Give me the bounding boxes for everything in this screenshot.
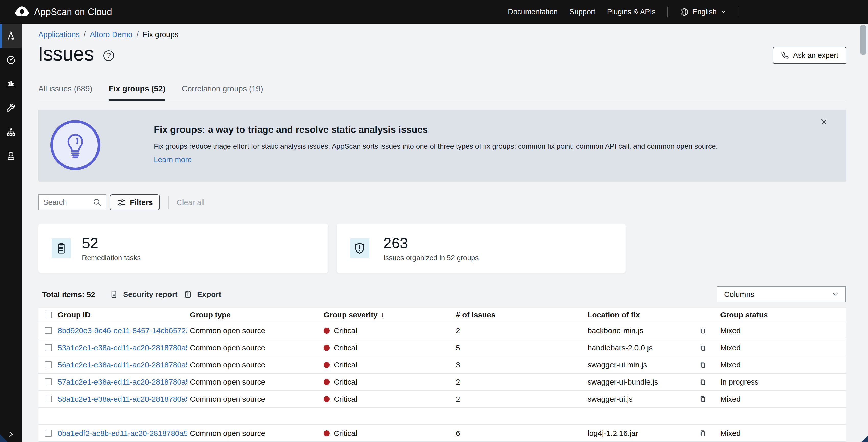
location-label: swagger-ui.js (588, 395, 633, 404)
issue-count-cell: 3 (453, 356, 585, 373)
hierarchy-tree-icon (6, 127, 16, 137)
vertical-scrollbar-thumb[interactable] (860, 25, 866, 55)
issues-organized-count: 263 (383, 234, 408, 252)
group-type-cell: Common open source (187, 322, 321, 339)
chevron-down-icon (720, 9, 727, 15)
severity-label: Critical (334, 378, 357, 386)
table-row[interactable]: 0ba1edf2-ac8b-ed11-ac20-2818780a5d Commo… (38, 425, 846, 442)
location-of-fix-cell: backbone-min.js (585, 322, 718, 339)
group-id-link[interactable]: 0ba1edf2-ac8b-ed11-ac20-2818780a5d (58, 429, 187, 438)
row-checkbox[interactable] (45, 378, 52, 385)
issue-count-cell: 2 (453, 391, 585, 407)
search-input[interactable] (43, 198, 94, 207)
header-num-issues[interactable]: # of issues (453, 308, 585, 322)
sidebar-item-reports[interactable] (0, 72, 22, 96)
security-report-button[interactable]: Security report (109, 288, 177, 301)
header-group-id[interactable]: Group ID (55, 308, 187, 322)
tab-correlation-groups[interactable]: Correlation groups (19) (182, 77, 263, 100)
remediation-tasks-card: 52 Remediation tasks (38, 224, 328, 273)
group-id-link[interactable]: 58a1c2e1-e38a-ed11-ac20-2818780a5d (58, 395, 187, 404)
sidebar-item-organization[interactable] (0, 120, 22, 144)
filters-button[interactable]: Filters (110, 194, 160, 210)
help-icon[interactable]: ? (103, 50, 114, 61)
group-id-link[interactable]: 8bd920e3-9c46-ee11-8457-14cb657236 (58, 326, 187, 335)
table-row[interactable]: 8bd920e3-9c46-ee11-8457-14cb657236 Commo… (38, 322, 846, 340)
group-id-link[interactable]: 57a1c2e1-e38a-ed11-ac20-2818780a5d (58, 378, 187, 386)
security-report-label: Security report (123, 290, 177, 299)
row-checkbox[interactable] (45, 344, 52, 351)
severity-label: Critical (334, 395, 357, 404)
row-checkbox[interactable] (45, 430, 52, 437)
critical-severity-dot (323, 379, 330, 385)
critical-severity-dot (323, 328, 330, 334)
issues-organized-label: Issues organized in 52 groups (383, 254, 479, 262)
clear-all-button[interactable]: Clear all (177, 198, 205, 207)
banner-close-button[interactable] (818, 116, 830, 127)
bar-chart-icon (6, 79, 16, 89)
copy-icon[interactable] (698, 326, 707, 335)
appscan-cloud-flame-icon (15, 5, 29, 19)
language-label: English (692, 8, 717, 16)
location-label: backbone-min.js (588, 326, 643, 335)
issues-organized-card: 263 Issues organized in 52 groups (337, 224, 625, 273)
columns-dropdown[interactable]: Columns (717, 286, 846, 302)
row-checkbox[interactable] (45, 361, 52, 368)
table-row[interactable]: 58a1c2e1-e38a-ed11-ac20-2818780a5d Commo… (38, 391, 846, 408)
row-checkbox[interactable] (45, 395, 52, 403)
nav-support[interactable]: Support (569, 8, 595, 16)
gauge-meter-icon (6, 55, 16, 65)
export-button[interactable]: Export (183, 288, 221, 301)
header-location-of-fix[interactable]: Location of fix (585, 308, 718, 322)
group-id-link[interactable]: 53a1c2e1-e38a-ed11-ac20-2818780a5d (58, 344, 187, 352)
tab-fix-groups[interactable]: Fix groups (52) (109, 77, 165, 100)
location-of-fix-cell: swagger-ui-bundle.js (585, 374, 718, 390)
group-status-cell: Mixed (718, 322, 846, 339)
sidebar-item-tools[interactable] (0, 96, 22, 120)
breadcrumb-applications[interactable]: Applications (38, 30, 80, 39)
nav-documentation[interactable]: Documentation (508, 8, 558, 16)
nav-plugins-apis[interactable]: Plugins & APIs (607, 8, 656, 16)
critical-severity-dot (323, 345, 330, 351)
group-id-link[interactable]: 56a1c2e1-e38a-ed11-ac20-2818780a5d (58, 360, 187, 369)
search-field[interactable] (38, 194, 106, 210)
header-group-severity[interactable]: Group severity ↓ (321, 308, 453, 322)
ask-an-expert-button[interactable]: Ask an expert (773, 47, 846, 64)
sidebar-item-applications[interactable] (0, 24, 22, 48)
group-status-cell: Mixed (718, 356, 846, 373)
copy-icon[interactable] (698, 395, 707, 404)
clipboard-icon (55, 242, 68, 255)
sidebar-item-account[interactable] (0, 144, 22, 168)
nav-divider (668, 7, 668, 18)
table-row[interactable]: 53a1c2e1-e38a-ed11-ac20-2818780a5d Commo… (38, 340, 846, 356)
location-label: handlebars-2.0.0.js (588, 344, 653, 352)
clipboard-tile (52, 238, 71, 258)
breadcrumb-separator: / (136, 30, 138, 39)
location-of-fix-cell: swagger-ui.js (585, 391, 718, 407)
shield-tile (350, 238, 369, 258)
copy-icon[interactable] (698, 429, 707, 438)
copy-icon[interactable] (698, 360, 707, 369)
nav-divider (739, 7, 739, 18)
header-group-type[interactable]: Group type (187, 308, 321, 322)
tab-all-issues[interactable]: All issues (689) (38, 77, 92, 100)
filters-adjust-icon (117, 198, 126, 207)
select-all-checkbox[interactable] (45, 312, 52, 318)
learn-more-link[interactable]: Learn more (154, 155, 192, 164)
export-label: Export (197, 290, 221, 299)
severity-label: Critical (334, 429, 357, 438)
issue-count-cell: 2 (453, 322, 585, 339)
header-group-status[interactable]: Group status (718, 308, 846, 322)
group-severity-cell: Critical (321, 391, 453, 407)
filter-divider (168, 196, 169, 209)
row-checkbox[interactable] (45, 327, 52, 334)
copy-icon[interactable] (698, 378, 707, 386)
filters-label: Filters (130, 198, 153, 207)
table-row[interactable]: 56a1c2e1-e38a-ed11-ac20-2818780a5d Commo… (38, 356, 846, 374)
copy-icon[interactable] (698, 344, 707, 352)
language-selector[interactable]: English (680, 7, 727, 17)
group-severity-cell: Critical (321, 356, 453, 373)
sidebar-item-scans[interactable] (0, 48, 22, 72)
breadcrumb-altoro-demo[interactable]: Altoro Demo (90, 30, 132, 39)
table-row[interactable]: 57a1c2e1-e38a-ed11-ac20-2818780a5d Commo… (38, 374, 846, 391)
logo[interactable]: AppScan on Cloud (15, 5, 112, 19)
